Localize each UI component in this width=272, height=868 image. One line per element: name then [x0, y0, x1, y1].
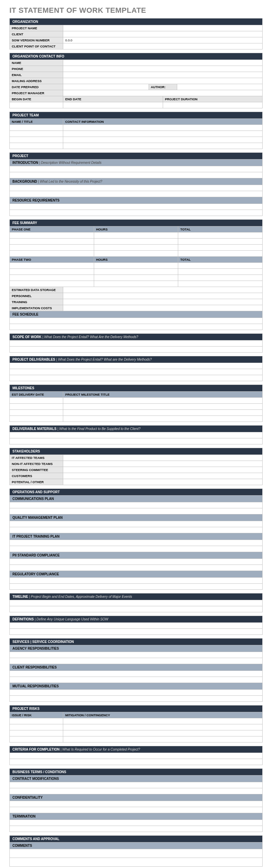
team-row[interactable]: [63, 131, 263, 137]
it-teams-value[interactable]: [63, 455, 263, 461]
client-resp-value[interactable]: [9, 677, 263, 683]
storage-value[interactable]: [63, 287, 263, 293]
client-resp-value[interactable]: [9, 671, 263, 677]
background-value[interactable]: [9, 185, 263, 191]
fee-row[interactable]: [9, 263, 94, 269]
scope-value[interactable]: [9, 346, 263, 352]
risk-row[interactable]: [63, 718, 263, 724]
milestone-row[interactable]: [63, 416, 263, 422]
intro-value[interactable]: [9, 166, 263, 172]
fee-row[interactable]: [94, 232, 178, 239]
definitions-value[interactable]: [9, 629, 263, 635]
client-value[interactable]: [63, 31, 263, 37]
risk-row[interactable]: [63, 731, 263, 737]
comments-value[interactable]: [9, 858, 263, 867]
timeline-value[interactable]: [9, 606, 263, 612]
fee-schedule-value[interactable]: [9, 318, 263, 324]
risk-row[interactable]: [9, 737, 63, 743]
milestone-row[interactable]: [9, 410, 63, 416]
dmat-value[interactable]: [9, 432, 263, 438]
risk-row[interactable]: [63, 724, 263, 731]
client-poc-value[interactable]: [63, 43, 263, 50]
fee-row[interactable]: [9, 239, 94, 245]
milestone-row[interactable]: [63, 398, 263, 404]
project-name-value[interactable]: [63, 25, 263, 31]
project-manager-value[interactable]: [63, 90, 263, 96]
email-value[interactable]: [63, 72, 263, 78]
implementation-value[interactable]: [63, 305, 263, 311]
risk-row[interactable]: [9, 731, 63, 737]
fee-row[interactable]: [9, 251, 94, 257]
training-plan-value[interactable]: [9, 540, 263, 546]
fee-row[interactable]: [94, 275, 178, 281]
background-value[interactable]: [9, 191, 263, 197]
team-row[interactable]: [9, 137, 63, 143]
project-duration-value[interactable]: [163, 102, 263, 108]
sow-version-value[interactable]: 0.0.0: [63, 37, 263, 43]
comm-plan-value[interactable]: [9, 508, 263, 515]
fee-row[interactable]: [178, 263, 263, 269]
criteria-value[interactable]: [9, 759, 263, 765]
dmat-value[interactable]: [9, 438, 263, 444]
fee-row[interactable]: [94, 239, 178, 245]
confidentiality-value[interactable]: [9, 807, 263, 813]
begin-date-value[interactable]: [9, 102, 63, 108]
potential-value[interactable]: [63, 479, 263, 485]
pii-value[interactable]: [9, 565, 263, 571]
phone-value[interactable]: [63, 66, 263, 72]
steering-value[interactable]: [63, 467, 263, 473]
comments-value[interactable]: [9, 849, 263, 858]
fee-row[interactable]: [178, 232, 263, 239]
deliverables-value[interactable]: [9, 369, 263, 375]
fee-row[interactable]: [94, 251, 178, 257]
milestone-row[interactable]: [63, 410, 263, 416]
risk-row[interactable]: [9, 718, 63, 724]
milestone-row[interactable]: [9, 416, 63, 422]
fee-row[interactable]: [9, 245, 94, 251]
team-row[interactable]: [63, 137, 263, 143]
reg-value[interactable]: [9, 578, 263, 584]
deliverables-value[interactable]: [9, 363, 263, 369]
definitions-value[interactable]: [9, 623, 263, 629]
fee-schedule-value[interactable]: [9, 324, 263, 330]
fee-row[interactable]: [178, 245, 263, 251]
agency-resp-value[interactable]: [9, 658, 263, 664]
team-row[interactable]: [63, 125, 263, 131]
team-row[interactable]: [9, 131, 63, 137]
mailing-address-value[interactable]: [63, 78, 263, 84]
fee-row[interactable]: [94, 269, 178, 275]
fee-row[interactable]: [94, 245, 178, 251]
timeline-value[interactable]: [9, 600, 263, 606]
nonit-teams-value[interactable]: [63, 461, 263, 467]
mods-value[interactable]: [9, 782, 263, 788]
team-row[interactable]: [9, 143, 63, 149]
fee-row[interactable]: [9, 275, 94, 281]
milestone-row[interactable]: [63, 404, 263, 410]
fee-row[interactable]: [178, 269, 263, 275]
fee-row[interactable]: [94, 281, 178, 287]
fee-row[interactable]: [178, 281, 263, 287]
intro-value[interactable]: [9, 172, 263, 178]
date-prepared-value[interactable]: [63, 84, 149, 90]
end-date-value[interactable]: [63, 102, 163, 108]
name-value[interactable]: [63, 60, 263, 66]
team-row[interactable]: [63, 143, 263, 149]
fee-row[interactable]: [178, 275, 263, 281]
quality-plan-value[interactable]: [9, 527, 263, 533]
termination-value[interactable]: [9, 826, 263, 832]
agency-resp-value[interactable]: [9, 652, 263, 658]
risk-row[interactable]: [9, 724, 63, 731]
deliverables-value[interactable]: [9, 375, 263, 381]
milestone-row[interactable]: [9, 398, 63, 404]
comm-plan-value[interactable]: [9, 502, 263, 508]
reg-value[interactable]: [9, 584, 263, 590]
author-value[interactable]: [177, 84, 263, 90]
fee-row[interactable]: [9, 269, 94, 275]
fee-row[interactable]: [9, 281, 94, 287]
team-row[interactable]: [9, 125, 63, 131]
customers-value[interactable]: [63, 473, 263, 479]
criteria-value[interactable]: [9, 753, 263, 759]
scope-value[interactable]: [9, 340, 263, 346]
quality-plan-value[interactable]: [9, 521, 263, 527]
resource-req-value[interactable]: [9, 210, 263, 216]
